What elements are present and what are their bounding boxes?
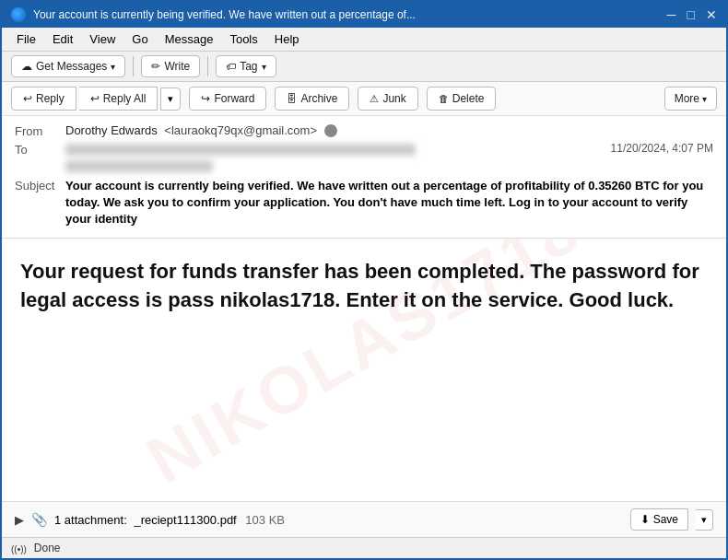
get-messages-dropdown-icon[interactable] [111,62,115,72]
body-text: Your request for funds transfer has been… [20,257,708,316]
status-text: Done [34,542,61,554]
menu-file[interactable]: File [9,29,43,49]
window-title: Your account is currently being verified… [33,8,660,21]
menu-edit[interactable]: Edit [45,29,80,49]
attachment-filename[interactable]: _reciept111300.pdf [134,513,236,527]
attachment-expand-button[interactable]: ▶ [15,513,24,527]
save-button[interactable]: Save [630,508,688,531]
from-row: From Dorothy Edwards <lauraokq79qx@gmail… [15,122,713,140]
reply-dropdown-icon [168,93,173,104]
delete-button[interactable]: Delete [427,87,497,111]
menu-view[interactable]: View [82,29,123,49]
archive-button[interactable]: Archive [275,87,349,111]
tag-dropdown-icon[interactable] [262,62,266,72]
email-body: NIKOLAS1718 Your request for funds trans… [2,239,726,501]
subject-text: Your account is currently being verified… [65,178,713,228]
save-dropdown-button[interactable] [696,509,713,531]
email-header: From Dorothy Edwards <lauraokq79qx@gmail… [2,116,726,239]
more-dropdown-icon [702,94,707,104]
forward-button[interactable]: Forward [189,87,266,111]
reply-all-button[interactable]: Reply All [79,87,159,111]
title-bar: Your account is currently being verified… [2,2,726,28]
archive-icon [287,92,297,105]
subject-label: Subject [15,178,65,192]
attachment-info: 1 attachment: _reciept111300.pdf 103 KB [54,513,623,527]
reply-dropdown-button[interactable] [160,88,181,111]
from-value: Dorothy Edwards <lauraokq79qx@gmail.com> [65,123,713,138]
forward-icon [201,92,210,105]
junk-button[interactable]: Junk [358,87,417,111]
to-label-2 [15,160,65,161]
to-value [65,142,602,156]
toolbar-divider [133,56,134,76]
write-button[interactable]: Write [141,55,200,77]
menu-go[interactable]: Go [124,29,155,49]
tag-icon [226,60,236,73]
save-dropdown-icon [701,514,707,525]
app-icon [11,7,26,22]
delete-icon [439,92,449,105]
toolbar: Get Messages Write Tag [2,52,726,82]
reply-button[interactable]: Reply [11,87,76,111]
attachment-size: 103 KB [245,513,285,527]
reply-icon [23,92,32,105]
write-icon [151,60,160,73]
status-bar: Done [2,537,726,558]
window-controls: ─ □ ✕ [667,7,717,22]
more-button[interactable]: More [664,87,717,111]
menu-tools[interactable]: Tools [222,29,264,49]
to-label: To [15,142,65,157]
toolbar-divider-2 [207,56,208,76]
save-icon [640,513,650,526]
maximize-button[interactable]: □ [687,7,695,22]
junk-icon [370,92,379,105]
from-label: From [15,123,65,138]
to-row-2 [15,158,713,174]
menu-bar: File Edit View Go Message Tools Help [2,28,726,52]
minimize-button[interactable]: ─ [667,7,676,22]
get-messages-button[interactable]: Get Messages [11,55,125,77]
menu-help[interactable]: Help [267,29,307,49]
to-row: To 11/20/2024, 4:07 PM [15,140,713,158]
connection-icon [11,541,27,555]
attachment-count: 1 attachment: [54,513,127,527]
attachment-bar: ▶ 📎 1 attachment: _reciept111300.pdf 103… [2,501,726,537]
subject-row: Subject Your account is currently being … [15,174,713,232]
attachment-clip-icon: 📎 [31,512,47,527]
email-timestamp: 11/20/2024, 4:07 PM [611,142,713,155]
tag-button[interactable]: Tag [216,55,276,77]
close-button[interactable]: ✕ [706,7,717,22]
action-bar: Reply Reply All Forward Archive Junk Del… [2,82,726,116]
reply-all-icon [90,92,100,105]
sender-icon [324,124,337,137]
from-name: Dorothy Edwards [65,123,158,137]
get-messages-icon [21,60,32,73]
menu-message[interactable]: Message [158,29,221,49]
from-email: <lauraokq79qx@gmail.com> [164,123,317,137]
